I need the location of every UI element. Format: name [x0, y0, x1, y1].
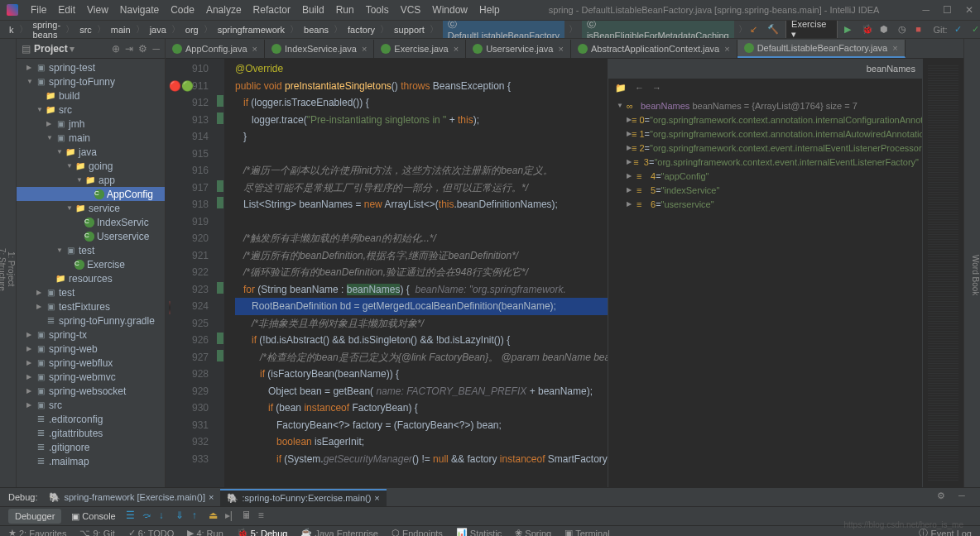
close-icon[interactable]: ×	[374, 493, 379, 503]
tree-item[interactable]: ▶▣spring-tx	[17, 328, 165, 342]
coverage-icon[interactable]: ⬢	[880, 24, 891, 36]
git-update-icon[interactable]: ✓	[954, 24, 965, 36]
crumb[interactable]: springframework	[215, 25, 287, 35]
step-out-icon[interactable]: ↑	[192, 510, 205, 523]
var-entry[interactable]: ▶≡3 = "org.springframework.context.event…	[612, 155, 919, 169]
tree-item[interactable]: 📁resources	[17, 271, 165, 285]
menu-window[interactable]: Window	[426, 4, 473, 16]
menu-view[interactable]: View	[81, 4, 114, 16]
tool-endpoints[interactable]: ⬡ Endpoints	[392, 528, 443, 536]
trace-icon[interactable]: ≡	[258, 510, 271, 523]
minimize-icon[interactable]: ─	[922, 4, 930, 16]
editor-tab[interactable]: IndexService.java×	[265, 40, 374, 58]
run-config-select[interactable]: Exercise ▾	[785, 21, 838, 39]
evaluate-icon[interactable]: 🖩	[242, 510, 255, 523]
threads-icon[interactable]: ☰	[126, 510, 139, 523]
variables-tree[interactable]: ▼∞ beanNames beanNames = {ArrayList@1764…	[608, 97, 922, 487]
tree-item[interactable]: ▼📁app	[17, 173, 165, 187]
editor-tab[interactable]: Exercise.java×	[374, 40, 466, 58]
debugger-tab[interactable]: Debugger	[8, 509, 61, 524]
build-icon[interactable]: 🔨	[767, 24, 779, 36]
settings-icon[interactable]: ⚙	[138, 43, 147, 55]
maximize-icon[interactable]: ☐	[943, 4, 952, 16]
tool-javaenterprise[interactable]: ☕ Java Enterprise	[300, 528, 377, 536]
menu-build[interactable]: Build	[296, 4, 330, 16]
close-tab-icon[interactable]: ×	[362, 44, 367, 54]
project-title[interactable]: Project	[34, 43, 68, 55]
tree-item[interactable]: 𝌆.gitattributes	[17, 426, 165, 440]
git-commit-icon[interactable]: ✓	[972, 24, 980, 36]
tool-run[interactable]: ▶ 4: Run	[187, 528, 223, 536]
var-entry[interactable]: ▶≡2 = "org.springframework.context.event…	[612, 141, 919, 155]
profile-icon[interactable]: ◷	[898, 24, 909, 36]
crumb[interactable]: java	[147, 25, 169, 35]
menu-file[interactable]: File	[25, 4, 52, 16]
close-tab-icon[interactable]: ×	[454, 44, 459, 54]
tree-item[interactable]: ▶▣test	[17, 285, 165, 299]
tree-item[interactable]: CExercise	[17, 257, 165, 271]
var-entry[interactable]: ▶≡6 = "userservice"	[612, 197, 919, 211]
stop-icon[interactable]: ■	[915, 24, 926, 36]
editor-tab[interactable]: AbstractApplicationContext.java×	[571, 40, 737, 58]
close-icon[interactable]: ✕	[965, 4, 973, 16]
tree-item[interactable]: CUserservice	[17, 229, 165, 243]
crumb-badge[interactable]: ⓒ isBeanEligibleForMetadataCaching	[582, 21, 734, 39]
crumb[interactable]: support	[392, 25, 427, 35]
crumb-badge[interactable]: ⓒ DefaultListableBeanFactory	[443, 21, 564, 39]
tree-item[interactable]: ▼▣main	[17, 131, 165, 145]
tree-item[interactable]: ▼▣test	[17, 243, 165, 257]
close-tab-icon[interactable]: ×	[252, 44, 257, 54]
var-entry[interactable]: ▶≡1 = "org.springframework.context.annot…	[612, 127, 919, 141]
tree-item[interactable]: ▼📁src	[17, 103, 165, 117]
tree-item[interactable]: ▼📁java	[17, 145, 165, 159]
tool-structure[interactable]: 7: Structure	[0, 64, 7, 475]
project-dropdown-icon[interactable]: ▾	[70, 43, 74, 55]
tree-item[interactable]: ▶▣jmh	[17, 117, 165, 131]
menu-code[interactable]: Code	[165, 4, 200, 16]
tree-item[interactable]: ▶▣spring-webflux	[17, 356, 165, 370]
close-tab-icon[interactable]: ×	[724, 44, 729, 54]
tool-git[interactable]: ⌥ 9: Git	[79, 528, 114, 536]
nav-fwd-icon[interactable]: →	[652, 83, 661, 93]
menu-run[interactable]: Run	[330, 4, 360, 16]
var-root[interactable]: ▼∞ beanNames beanNames = {ArrayList@1764…	[612, 98, 919, 112]
run-icon[interactable]: ▶	[844, 24, 855, 36]
project-view-icon[interactable]: ▤	[22, 43, 31, 55]
tree-item[interactable]: ▼📁going	[17, 159, 165, 173]
collapse-all-icon[interactable]: ⇥	[125, 43, 133, 55]
menu-navigate[interactable]: Navigate	[114, 4, 165, 16]
back-nav-icon[interactable]: ↙	[750, 24, 761, 36]
tree-item[interactable]: ▼📁service	[17, 201, 165, 215]
tree-item[interactable]: ▶▣spring-webmvc	[17, 370, 165, 384]
select-opened-icon[interactable]: ⊕	[112, 43, 120, 55]
tool-wordbook[interactable]: Word Book	[971, 64, 980, 487]
debug-session-tab[interactable]: 🐘:spring-toFunny:Exercise.main() ×	[220, 489, 386, 506]
menu-tools[interactable]: Tools	[360, 4, 395, 16]
var-entry[interactable]: ▶≡4 = "appConfig"	[612, 169, 919, 183]
editor-tab[interactable]: Userservice.java×	[466, 40, 571, 58]
tree-item[interactable]: CIndexServic	[17, 215, 165, 229]
menu-help[interactable]: Help	[473, 4, 506, 16]
debug-icon[interactable]: 🐞	[862, 24, 873, 36]
var-entry[interactable]: ▶≡5 = "indexService"	[612, 183, 919, 197]
gear-icon[interactable]: ⚙	[937, 491, 950, 504]
step-into-icon[interactable]: ↓	[159, 510, 172, 523]
close-icon[interactable]: ×	[209, 492, 214, 502]
tree-item[interactable]: ▶▣src	[17, 398, 165, 412]
nav-up-icon[interactable]: 📁	[615, 83, 627, 93]
console-tab[interactable]: ▣Console	[65, 509, 122, 524]
tree-item[interactable]: ▶▣spring-test	[17, 60, 165, 74]
tool-debug[interactable]: 🐞 5: Debug	[237, 528, 288, 536]
tool-spring[interactable]: ❀ Spring	[515, 528, 551, 536]
crumb[interactable]: beans	[301, 25, 331, 35]
project-tree[interactable]: ▶▣spring-test▼▣spring-toFunny📁build▼📁src…	[17, 59, 165, 487]
line-gutter[interactable]: 910🔴🟢91191291391491591691791891992092192…	[166, 59, 215, 487]
tree-item[interactable]: ▶▣spring-web	[17, 342, 165, 356]
crumb[interactable]: src	[77, 25, 94, 35]
var-entry[interactable]: ▶≡0 = "org.springframework.context.annot…	[612, 112, 919, 127]
close-tab-icon[interactable]: ×	[892, 43, 897, 53]
menu-vcs[interactable]: VCS	[395, 4, 427, 16]
tree-item[interactable]: ▼▣spring-toFunny	[17, 74, 165, 89]
tree-item[interactable]: 𝌆.mailmap	[17, 454, 165, 468]
menu-analyze[interactable]: Analyze	[200, 4, 247, 16]
